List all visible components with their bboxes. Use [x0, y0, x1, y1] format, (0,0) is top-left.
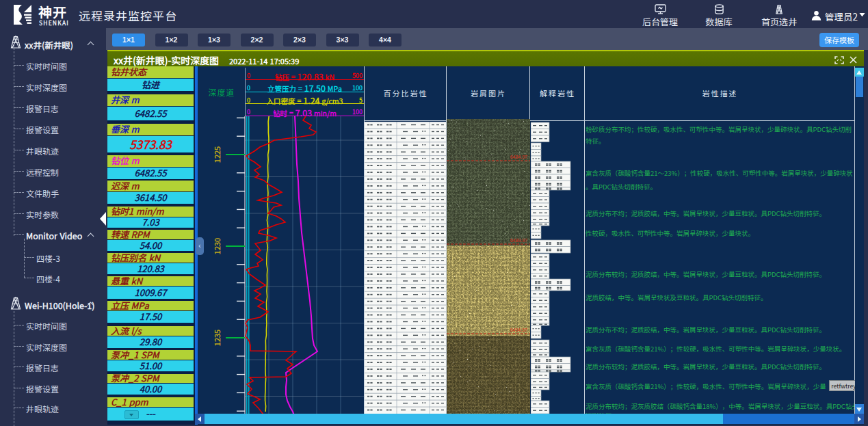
svg-text:6484.97: 6484.97: [510, 155, 527, 159]
svg-text:6494.97: 6494.97: [510, 328, 527, 332]
svg-text:6489.97: 6489.97: [510, 238, 527, 243]
svg-text:1225: 1225: [211, 146, 222, 163]
svg-text:1235: 1235: [211, 330, 222, 346]
svg-text:1230: 1230: [211, 238, 222, 254]
